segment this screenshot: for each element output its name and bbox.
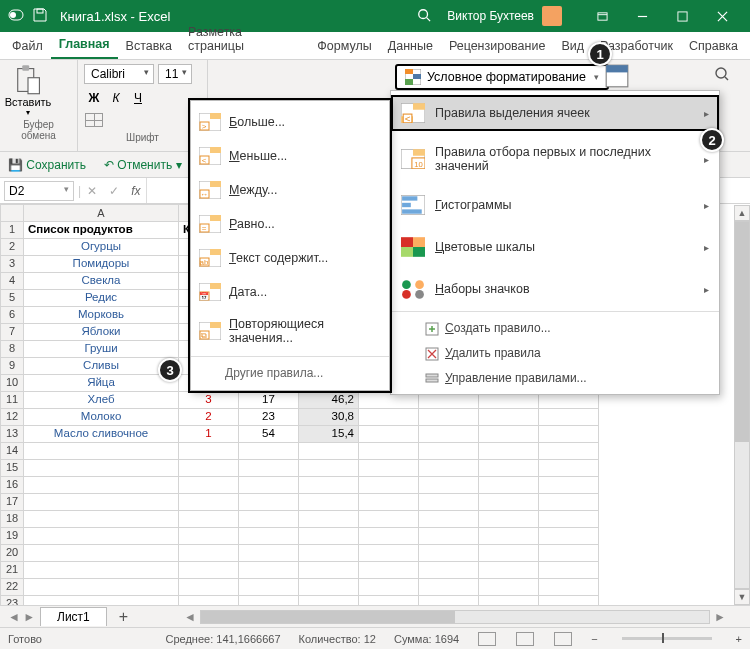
cell[interactable]: Яблоки [24,324,179,341]
row-header[interactable]: 12 [0,409,24,426]
cell[interactable] [299,494,359,511]
cell-styles-button[interactable] [605,64,629,88]
cell[interactable] [24,494,179,511]
cell[interactable] [479,494,539,511]
cell[interactable]: 23 [239,409,299,426]
cell[interactable] [359,494,419,511]
cell[interactable] [539,511,599,528]
row-header[interactable]: 18 [0,511,24,528]
cell[interactable] [539,460,599,477]
column-header[interactable]: A [24,204,179,222]
cell[interactable] [179,528,239,545]
tab-home[interactable]: Главная [51,31,118,59]
cell[interactable] [479,409,539,426]
highlight-rule-item[interactable]: 📅Дата... [191,275,389,309]
qat-undo[interactable]: ↶ Отменить ▾ [104,158,182,172]
cell[interactable] [299,443,359,460]
cell[interactable] [239,528,299,545]
cell[interactable] [419,562,479,579]
row-header[interactable]: 21 [0,562,24,579]
row-header[interactable]: 16 [0,477,24,494]
row-header[interactable]: 3 [0,256,24,273]
zoom-in-button[interactable]: + [736,633,742,645]
cell[interactable] [179,443,239,460]
cell[interactable]: Список продуктов [24,222,179,239]
cell[interactable] [239,477,299,494]
cond-fmt-item[interactable]: 10Правила отбора первых и последних знач… [391,137,719,181]
tab-data[interactable]: Данные [380,33,441,59]
cell[interactable] [419,443,479,460]
cell[interactable] [239,511,299,528]
tab-pagelayout[interactable]: Разметка страницы [180,19,309,59]
tab-help[interactable]: Справка [681,33,746,59]
cell[interactable] [359,528,419,545]
tab-formulas[interactable]: Формулы [309,33,379,59]
zoom-slider[interactable] [622,637,712,640]
row-header[interactable]: 8 [0,341,24,358]
highlight-rule-item[interactable]: ↔Между... [191,173,389,207]
user-account[interactable]: Виктор Бухтеев [447,6,562,26]
row-header[interactable]: 9 [0,358,24,375]
cell[interactable]: 17 [239,392,299,409]
cell[interactable] [419,426,479,443]
cell[interactable] [479,545,539,562]
cell[interactable] [179,545,239,562]
name-box[interactable]: D2▾ [4,181,74,201]
cell[interactable] [359,460,419,477]
cell[interactable] [419,460,479,477]
cell[interactable] [24,528,179,545]
cell[interactable] [239,443,299,460]
cell[interactable] [24,545,179,562]
cell[interactable]: Хлеб [24,392,179,409]
tab-insert[interactable]: Вставка [118,33,180,59]
qat-save[interactable]: 💾 Сохранить [8,158,86,172]
cell[interactable] [479,579,539,596]
tab-review[interactable]: Рецензирование [441,33,554,59]
cell[interactable] [539,443,599,460]
add-sheet-button[interactable]: + [107,608,140,626]
font-size-select[interactable]: 11 [158,64,192,84]
cond-fmt-manage-item[interactable]: Удалить правила [391,341,719,366]
cell[interactable] [359,477,419,494]
cell[interactable] [239,545,299,562]
cell[interactable] [359,562,419,579]
cond-fmt-manage-item[interactable]: Создать правило... [391,316,719,341]
cell[interactable] [299,477,359,494]
cell[interactable]: 2 [179,409,239,426]
cell[interactable] [359,545,419,562]
row-header[interactable]: 10 [0,375,24,392]
save-icon[interactable] [32,7,48,26]
highlight-rule-item[interactable]: ⧉Повторяющиеся значения... [191,309,389,353]
select-all-corner[interactable] [0,204,24,222]
row-header[interactable]: 11 [0,392,24,409]
minimize-button[interactable] [622,0,662,32]
cell[interactable] [419,477,479,494]
cell[interactable] [419,511,479,528]
cell[interactable] [479,562,539,579]
cell[interactable] [299,545,359,562]
cell[interactable] [179,579,239,596]
row-header[interactable]: 17 [0,494,24,511]
cell[interactable] [419,579,479,596]
cell[interactable] [539,545,599,562]
row-header[interactable]: 15 [0,460,24,477]
cond-fmt-manage-item[interactable]: Управление правилами... [391,366,719,391]
cell[interactable]: Молоко [24,409,179,426]
view-pagelayout-button[interactable] [516,632,534,646]
cell[interactable] [359,426,419,443]
cell[interactable]: 1 [179,426,239,443]
cell[interactable] [479,460,539,477]
cell[interactable] [359,579,419,596]
cell[interactable]: Помидоры [24,256,179,273]
cell[interactable]: Сливы [24,358,179,375]
cell[interactable]: Яйца [24,375,179,392]
cell[interactable] [539,494,599,511]
cell[interactable]: 46,2 [299,392,359,409]
cell[interactable] [299,511,359,528]
autosave-toggle[interactable] [8,7,24,26]
cell[interactable] [539,579,599,596]
maximize-button[interactable] [662,0,702,32]
cond-fmt-item[interactable]: Наборы значков▸ [391,271,719,307]
cell[interactable] [299,562,359,579]
bold-button[interactable]: Ж [84,88,104,108]
